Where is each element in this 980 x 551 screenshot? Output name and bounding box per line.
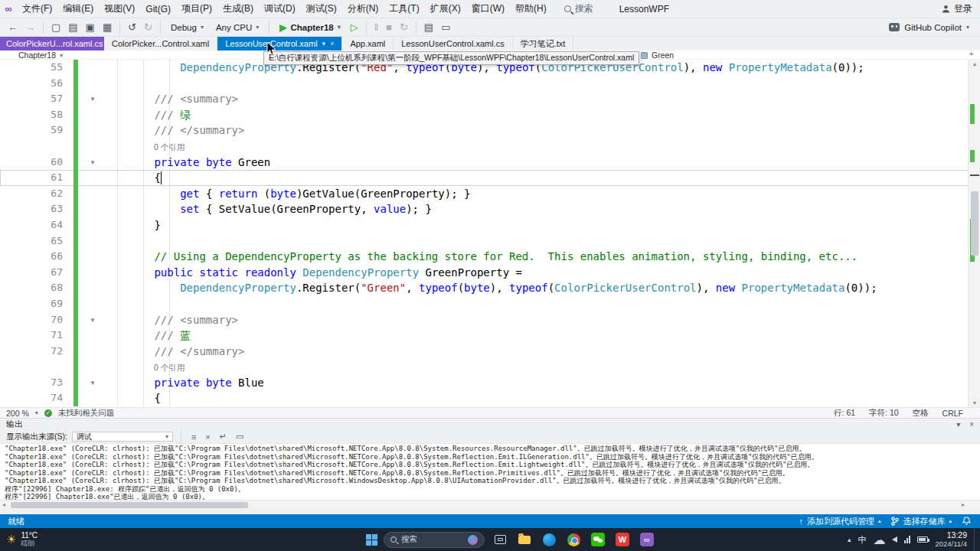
pause-icon[interactable]: ‖ <box>371 21 381 33</box>
volume-icon[interactable] <box>892 536 897 543</box>
code-line[interactable]: 57▾ /// <summary> <box>0 91 980 107</box>
menu-item[interactable]: 调试(D) <box>259 0 301 18</box>
code-line[interactable]: 70▾ /// <summary> <box>0 312 980 328</box>
toggle-panel-icon[interactable]: ▭ <box>234 432 246 442</box>
solution-explorer-icon[interactable]: ▭ <box>438 21 453 33</box>
chrome-browser-icon[interactable] <box>564 530 583 549</box>
network-icon[interactable] <box>904 536 910 543</box>
member-dropdown[interactable]: ▾ Green <box>634 51 674 60</box>
tab-colorpickerusercontrol-xaml-cs[interactable]: ColorPickerU...rol.xaml.cs <box>0 37 104 51</box>
edge-browser-icon[interactable] <box>540 530 558 549</box>
stop-icon[interactable]: ■ <box>383 21 395 33</box>
menu-item[interactable]: 文件(F) <box>17 0 57 18</box>
menu-item[interactable]: 生成(B) <box>217 0 259 18</box>
code-line[interactable]: 63 set { SetValue(GreenProperty, value);… <box>0 201 980 217</box>
menu-item[interactable]: 项目(P) <box>176 0 217 18</box>
code-line[interactable]: 67 public static readonly DependencyProp… <box>0 265 980 281</box>
document-tab[interactable]: App.xaml <box>342 37 394 51</box>
start-without-debugging-icon[interactable]: ▷ <box>348 21 361 33</box>
line-ending-indicator[interactable]: CRLF <box>942 409 963 418</box>
codelens-row[interactable]: 0 个引用 <box>0 139 980 155</box>
sign-in-button[interactable]: 登录 <box>942 2 972 15</box>
scroll-up-icon[interactable]: ▴ <box>969 60 980 67</box>
menu-item[interactable]: 视图(V) <box>99 0 140 18</box>
split-window-button[interactable]: + <box>969 49 974 58</box>
quick-search[interactable]: 搜索 <box>564 2 593 15</box>
undo-icon[interactable]: ↺ <box>125 21 139 33</box>
codelens-references[interactable]: 0 个引用 <box>103 363 185 372</box>
task-view-button[interactable] <box>491 530 509 549</box>
code-line[interactable]: 71 /// 蓝 <box>0 328 980 344</box>
code-line[interactable]: 62 get { return (byte)GetValue(GreenProp… <box>0 186 980 202</box>
close-tab-icon[interactable]: × <box>330 40 334 47</box>
code-line[interactable]: 64 } <box>0 217 980 233</box>
code-line[interactable]: 66 // Using a DependencyProperty as the … <box>0 249 980 265</box>
document-tab[interactable]: 学习笔记.txt <box>513 37 574 51</box>
document-tab[interactable]: ColorPicker...Control.xaml <box>104 37 217 51</box>
code-line[interactable]: 73▾ private byte Blue <box>0 375 980 391</box>
save-icon[interactable]: ▣ <box>83 21 98 33</box>
output-source-dropdown[interactable]: 调试 ▾ <box>72 432 173 442</box>
select-repository-button[interactable]: 选择存储库 ▴ <box>891 516 952 527</box>
code-line[interactable]: 72 /// </summary> <box>0 344 980 360</box>
zoom-control[interactable]: 200 % <box>6 409 29 418</box>
clear-all-icon[interactable]: × <box>203 432 212 442</box>
code-line[interactable]: 56 <box>0 76 980 92</box>
spaces-indicator[interactable]: 空格 <box>913 408 929 419</box>
codelens-references[interactable]: 0 个引用 <box>103 142 185 152</box>
code-line[interactable]: 59 /// </summary> <box>0 122 980 139</box>
show-desktop-button[interactable] <box>974 528 977 551</box>
editor-vertical-scrollbar[interactable]: ▴ ▾ <box>968 60 980 407</box>
save-all-icon[interactable]: ▦ <box>100 21 115 33</box>
code-line[interactable]: 74 { <box>0 390 980 406</box>
fold-marker-icon[interactable]: ▾ <box>83 155 103 171</box>
scrollbar-thumb[interactable] <box>971 191 978 256</box>
code-line[interactable]: 58 /// 绿 <box>0 107 980 123</box>
menu-item[interactable]: 编辑(E) <box>57 0 99 18</box>
open-file-icon[interactable]: ▤ <box>65 21 80 33</box>
weather-widget[interactable]: ☀ 11°C 晴朗 <box>0 532 38 547</box>
start-button[interactable] <box>366 534 377 546</box>
ime-indicator[interactable]: 中 <box>858 534 866 546</box>
keep-open-icon[interactable]: ▾ <box>322 40 326 47</box>
output-content[interactable]: "Chapter18.exe" (CoreCLR: clrhost): 已加载"… <box>0 443 980 500</box>
start-debugging-button[interactable]: ▶ Chapter18 ▾ <box>274 21 346 34</box>
code-editor[interactable]: 55 DependencyProperty.Register("Red", ty… <box>0 60 980 407</box>
codelens-row[interactable]: 0 个引用 <box>0 359 980 375</box>
scroll-right-icon[interactable]: ▸ <box>962 501 965 508</box>
document-tab[interactable]: LessonUserControl.xaml.cs <box>394 37 513 51</box>
scroll-left-icon[interactable]: ◂ <box>2 501 5 508</box>
line-indicator[interactable]: 行: 61 <box>834 408 855 419</box>
fold-marker-icon[interactable]: ▾ <box>83 91 103 107</box>
messages-icon[interactable]: ≡ <box>189 432 198 442</box>
clock[interactable]: 13:29 2024/11/4 <box>935 531 967 548</box>
output-horizontal-scrollbar[interactable]: ◂ ▸ <box>0 500 980 509</box>
menu-item[interactable]: 工具(T) <box>384 0 424 18</box>
restart-icon[interactable]: ↻ <box>397 21 411 33</box>
visual-studio-taskbar-icon[interactable]: ∞ <box>638 530 656 549</box>
code-line[interactable]: 60▾ private byte Green <box>0 155 980 171</box>
scroll-down-icon[interactable]: ▾ <box>969 399 980 406</box>
add-to-source-control-button[interactable]: ↑ 添加到源代码管理 ▴ <box>799 516 880 527</box>
file-explorer-icon[interactable] <box>515 530 534 549</box>
solution-configuration-dropdown[interactable]: Debug ▾ <box>165 21 209 34</box>
window-position-icon[interactable]: ▾ <box>956 420 960 429</box>
hidden-icons-chevron[interactable]: ▴ <box>848 536 851 543</box>
menu-item[interactable]: 分析(N) <box>342 0 384 18</box>
menu-item[interactable]: 测试(S) <box>301 0 342 18</box>
word-wrap-icon[interactable]: ↵ <box>217 432 229 442</box>
health-status[interactable]: 未找到相关问题 <box>58 408 115 419</box>
solution-platform-dropdown[interactable]: Any CPU ▾ <box>211 21 264 34</box>
onedrive-cloud-icon[interactable]: ☁ <box>873 533 885 547</box>
notifications-bell-icon[interactable] <box>962 517 971 526</box>
fold-marker-icon[interactable]: ▾ <box>83 312 103 328</box>
wechat-icon[interactable] <box>589 530 607 549</box>
menu-item[interactable]: Git(G) <box>140 0 176 18</box>
code-line[interactable]: 61 { <box>0 170 980 186</box>
code-line[interactable]: 65 <box>0 233 980 249</box>
menu-item[interactable]: 扩展(X) <box>425 0 466 18</box>
new-file-icon[interactable]: ▢ <box>48 21 64 33</box>
menu-item[interactable]: 窗口(W) <box>466 0 510 18</box>
menu-item[interactable]: 帮助(H) <box>510 0 552 18</box>
navigate-back-icon[interactable]: ← <box>5 21 21 33</box>
